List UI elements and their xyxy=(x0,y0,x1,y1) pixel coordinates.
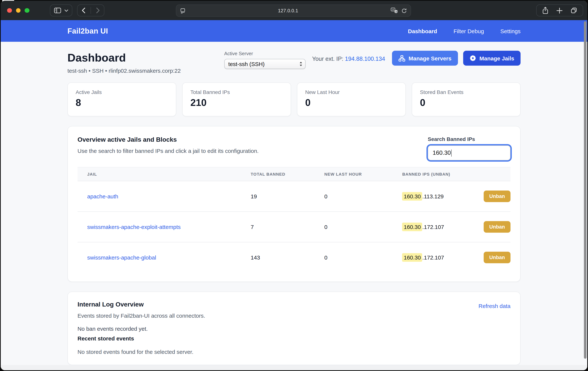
svg-text:A: A xyxy=(392,8,394,11)
table-row: apache-auth 19 0 160.30.113.129 Unban xyxy=(77,181,511,212)
ip-search-highlight: 160.30 xyxy=(402,192,422,201)
app-brand: Fail2ban UI xyxy=(67,27,108,35)
log-title-block: Internal Log Overview Events stored by F… xyxy=(77,301,205,319)
banned-ip: 160.30.172.107 xyxy=(402,224,444,230)
sidebar-toggle-button[interactable] xyxy=(50,4,72,16)
page-content: Dashboard test-ssh • SSH • rlinfp02.swis… xyxy=(1,42,587,365)
new-last-hour-cell: 0 xyxy=(324,242,402,273)
overview-card: Overview active Jails and Blocks Use the… xyxy=(67,126,521,282)
stat-label: Total Banned IPs xyxy=(190,89,283,95)
overview-subtitle: Use the search to filter banned IPs and … xyxy=(77,148,259,154)
manage-jails-button[interactable]: Manage Jails xyxy=(463,51,521,66)
column-header-jail: JAIL xyxy=(77,167,251,181)
minimize-window-button[interactable] xyxy=(16,8,21,13)
share-icon[interactable] xyxy=(542,6,549,14)
nav-item-filter-debug[interactable]: Filter Debug xyxy=(453,28,484,34)
overview-title: Overview active Jails and Blocks xyxy=(77,136,259,143)
server-subtitle: test-ssh • SSH • rlinfp02.swissmakers.co… xyxy=(67,67,181,74)
overview-title-block: Overview active Jails and Blocks Use the… xyxy=(77,136,259,154)
table-row: swissmakers-apache-exploit-attempts 7 0 … xyxy=(77,212,511,242)
log-title: Internal Log Overview xyxy=(77,301,205,308)
history-navigation xyxy=(77,4,104,16)
banned-ip: 160.30.172.107 xyxy=(402,254,444,261)
jails-table: JAIL TOTAL BANNED NEW LAST HOUR BANNED I… xyxy=(77,167,511,273)
external-ip: Your ext. IP: 194.88.100.134 xyxy=(312,55,385,62)
nav-item-dashboard[interactable]: Dashboard xyxy=(408,28,437,34)
search-banned-ips-input[interactable]: 160.30 xyxy=(428,145,511,160)
page-title: Dashboard xyxy=(67,52,181,64)
recent-stored-events-title: Recent stored events xyxy=(77,335,511,341)
banned-ip: 160.30.113.129 xyxy=(402,193,444,199)
unban-button[interactable]: Unban xyxy=(484,191,511,202)
browser-window: 127.0.0.1 A a xyxy=(1,1,587,370)
stat-label: Active Jails xyxy=(76,89,168,95)
svg-text:a: a xyxy=(396,10,397,13)
stat-value: 0 xyxy=(305,97,398,109)
no-stored-events-text: No stored events found for the selected … xyxy=(77,349,511,355)
back-button[interactable] xyxy=(81,8,85,13)
chevron-down-icon xyxy=(64,9,68,12)
stat-card-stored-ban-events: Stored Ban Events 0 xyxy=(412,82,521,116)
divider xyxy=(90,7,91,14)
ip-search-highlight: 160.30 xyxy=(402,253,422,262)
stat-cards: Active Jails 8 Total Banned IPs 210 New … xyxy=(67,82,521,116)
stat-card-active-jails: Active Jails 8 xyxy=(67,82,176,116)
total-banned-cell: 7 xyxy=(251,212,324,242)
manage-jails-label: Manage Jails xyxy=(479,55,514,61)
column-header-banned-ips: BANNED IPS (UNBAN) xyxy=(402,167,511,181)
tab-overview-icon[interactable] xyxy=(570,7,578,14)
unban-button[interactable]: Unban xyxy=(484,221,511,233)
table-header-row: JAIL TOTAL BANNED NEW LAST HOUR BANNED I… xyxy=(77,167,511,181)
column-header-total-banned: TOTAL BANNED xyxy=(251,167,324,181)
ip-search-highlight: 160.30 xyxy=(402,223,422,231)
refresh-data-link[interactable]: Refresh data xyxy=(478,303,511,309)
stat-card-new-last-hour: New Last Hour 0 xyxy=(297,82,406,116)
window-controls xyxy=(7,8,29,13)
page-settings-icon[interactable] xyxy=(180,8,186,14)
forward-button[interactable] xyxy=(96,8,100,13)
gear-icon xyxy=(469,55,476,62)
new-tab-icon[interactable] xyxy=(556,7,563,14)
translate-icon[interactable]: A a xyxy=(390,8,398,14)
manage-servers-label: Manage Servers xyxy=(409,55,452,61)
fullscreen-window-button[interactable] xyxy=(25,8,29,13)
search-input-value: 160.30 xyxy=(433,150,451,156)
active-server-select[interactable]: test-ssh (SSH) xyxy=(224,59,305,69)
internal-log-card: Internal Log Overview Events stored by F… xyxy=(67,292,521,365)
screen: 127.0.0.1 A a xyxy=(0,0,588,371)
jail-link[interactable]: swissmakers-apache-global xyxy=(87,254,156,261)
vertical-scrollbar[interactable] xyxy=(584,21,587,359)
page-title-block: Dashboard test-ssh • SSH • rlinfp02.swis… xyxy=(67,51,181,74)
jail-link[interactable]: swissmakers-apache-exploit-attempts xyxy=(87,224,181,230)
browser-toolbar: 127.0.0.1 A a xyxy=(1,1,587,20)
new-last-hour-cell: 0 xyxy=(324,181,402,212)
text-cursor xyxy=(451,149,452,156)
stat-label: New Last Hour xyxy=(305,89,398,95)
log-subtitle: Events stored by Fail2ban-UI across all … xyxy=(77,312,205,319)
external-ip-label: Your ext. IP: xyxy=(312,55,343,62)
nav-item-settings[interactable]: Settings xyxy=(500,28,521,34)
window-bottom-edge xyxy=(1,365,587,370)
sitemap-icon xyxy=(398,55,405,62)
close-window-button[interactable] xyxy=(7,8,12,13)
stat-card-total-banned: Total Banned IPs 210 xyxy=(182,82,291,116)
address-bar[interactable]: 127.0.0.1 A a xyxy=(176,4,411,17)
total-banned-cell: 143 xyxy=(251,242,324,273)
app-navbar: Fail2ban UI Dashboard Filter Debug Setti… xyxy=(1,20,587,42)
stat-value: 210 xyxy=(190,97,283,109)
stat-label: Stored Ban Events xyxy=(420,89,512,95)
jail-link[interactable]: apache-auth xyxy=(87,193,118,199)
no-ban-events-text: No ban events recorded yet. xyxy=(77,326,511,332)
url-text: 127.0.0.1 xyxy=(186,8,390,13)
stat-value: 0 xyxy=(420,97,512,109)
manage-servers-button[interactable]: Manage Servers xyxy=(392,51,458,66)
sidebar-icon xyxy=(54,8,61,13)
stat-value: 8 xyxy=(76,97,168,109)
unban-button[interactable]: Unban xyxy=(484,252,511,263)
external-ip-value[interactable]: 194.88.100.134 xyxy=(345,55,385,62)
active-server-value: test-ssh (SSH) xyxy=(228,61,264,67)
new-last-hour-cell: 0 xyxy=(324,212,402,242)
reload-icon[interactable] xyxy=(401,8,407,14)
column-header-new-last-hour: NEW LAST HOUR xyxy=(324,167,402,181)
total-banned-cell: 19 xyxy=(251,181,324,212)
